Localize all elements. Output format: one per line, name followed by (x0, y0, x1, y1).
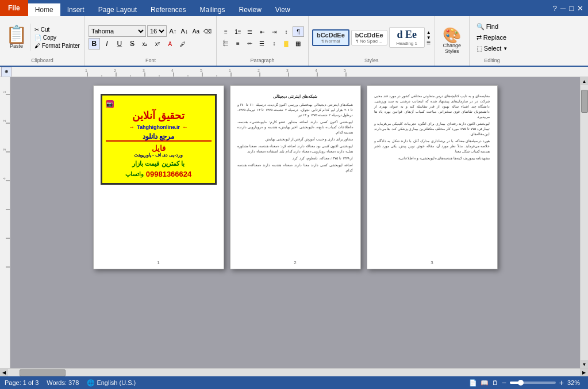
tab-pagelayout[interactable]: Page Layout (91, 3, 144, 16)
view-layout-button[interactable]: 🗒 (492, 379, 498, 386)
decrease-indent-button[interactable]: ⇤ (256, 26, 268, 37)
scroll-thumb[interactable] (581, 90, 588, 113)
zoom-slider[interactable] (510, 382, 556, 384)
numbering-button[interactable]: 1≡ (232, 26, 244, 37)
svg-text:2: 2 (258, 68, 260, 73)
shading-button[interactable]: ▓ (280, 38, 292, 48)
scroll-down-button[interactable]: ▼ (581, 360, 588, 368)
change-case-button[interactable]: Aa (191, 26, 201, 36)
select-label: Select (484, 45, 502, 52)
change-styles-group: 🎨 ChangeStyles (435, 16, 470, 66)
scroll-track[interactable] (581, 85, 588, 360)
svg-text:1: 1 (2, 91, 6, 93)
word-count: Words: 378 (47, 379, 79, 386)
page-3-number: 3 (367, 260, 497, 265)
h-scroll-thumb[interactable] (20, 369, 66, 376)
svg-text:3: 3 (143, 68, 145, 73)
tab-references[interactable]: References (144, 3, 193, 16)
title-bar-right: ? ─ □ ✕ (553, 4, 588, 13)
svg-text:4: 4 (2, 177, 6, 180)
page1-price: با کمترین قیمت بازار (106, 160, 212, 167)
ruler: ⊕ 1 2 3 4 5 1 2 3 4 5 (0, 67, 588, 77)
left-ruler: 1 2 3 4 (0, 77, 10, 368)
tab-home[interactable]: Home (28, 3, 60, 16)
find-button[interactable]: 🔍 Find (473, 22, 512, 32)
font-name-selector[interactable]: Tahoma (89, 25, 146, 37)
page1-phone: 09981366624 (146, 170, 192, 178)
clear-format-button[interactable]: ⌫ (202, 26, 213, 36)
tab-insert[interactable]: Insert (60, 3, 91, 16)
tab-mailings[interactable]: Mailings (193, 3, 232, 16)
style-no-spacing-preview: bCcDdEe (355, 32, 383, 39)
superscript-button[interactable]: x² (152, 38, 163, 49)
borders-button[interactable]: ▦ (293, 38, 304, 48)
scroll-up-button[interactable]: ▲ (581, 77, 588, 85)
h-scroll-track[interactable] (8, 369, 580, 376)
zoom-out-button[interactable]: − (502, 378, 506, 387)
shrink-font-button[interactable]: A↓ (179, 26, 190, 36)
close-icon[interactable]: ✕ (577, 4, 583, 13)
styles-group: bCcDdEe ¶ Normal bCcDdEe ¶ No Spaci... d… (309, 16, 435, 66)
style-no-spacing[interactable]: bCcDdEe ¶ No Spaci... (351, 30, 387, 45)
style-normal[interactable]: bCcDdEe ¶ Normal (312, 29, 349, 46)
text-color-button[interactable]: A (164, 38, 176, 49)
language-indicator[interactable]: 🌐 English (U.S.) (87, 379, 136, 387)
increase-indent-button[interactable]: ⇥ (268, 26, 280, 37)
page1-url: ← Tahghighonline.ir → (106, 124, 212, 130)
ruler-scale: 1 2 3 4 5 1 2 3 4 5 (13, 67, 587, 77)
grow-font-button[interactable]: A↑ (168, 26, 178, 36)
cut-button[interactable]: ✂ Cut (32, 26, 82, 33)
align-left-button[interactable]: ⬱ (220, 38, 232, 48)
scroll-right-button[interactable]: ▶ (580, 369, 588, 376)
sort-button[interactable]: ↕ (280, 26, 292, 37)
highlight-button[interactable]: 🖊 (177, 38, 189, 49)
minimize-icon[interactable]: ─ (560, 4, 566, 13)
bold-button[interactable]: B (89, 38, 100, 49)
arrow-icon-right: → (129, 124, 134, 130)
bottom-scrollbar[interactable]: ◀ ▶ (0, 368, 588, 376)
paste-icon: 📋 (6, 26, 27, 43)
change-styles-button[interactable]: 🎨 ChangeStyles (440, 25, 463, 56)
find-icon: 🔍 (476, 23, 485, 30)
copy-button[interactable]: 📄 Copy (32, 34, 82, 41)
select-button[interactable]: ⬚ Select ▼ (473, 44, 512, 54)
svg-text:4: 4 (171, 68, 174, 73)
right-scrollbar[interactable]: ▲ ▼ (580, 77, 588, 368)
view-reading-button[interactable]: 📖 (481, 379, 489, 387)
strikethrough-button[interactable]: S (126, 38, 138, 49)
page-2-number: 2 (230, 260, 360, 265)
justify-button[interactable]: ☰ (256, 38, 268, 48)
underline-button[interactable]: U (114, 38, 125, 49)
help-icon[interactable]: ? (553, 4, 557, 13)
view-normal-button[interactable]: 📄 (469, 379, 477, 387)
styles-scroll-button[interactable]: ▲ ▼ ☰ (426, 30, 431, 45)
align-center-button[interactable]: ≡ (232, 38, 244, 48)
scroll-left-button[interactable]: ◀ (0, 369, 8, 376)
svg-text:5: 5 (344, 68, 346, 73)
document-area[interactable]: 📷 تحقیق آنلاین ← Tahghighonline.ir → مرج… (10, 77, 580, 368)
bullets-button[interactable]: ≡ (220, 26, 232, 37)
multilevel-button[interactable]: ☰ (244, 26, 256, 37)
restore-icon[interactable]: □ (569, 4, 574, 13)
ruler-toggle[interactable]: ⊕ (1, 67, 11, 77)
line-spacing-button[interactable]: ↕ (268, 38, 280, 48)
editing-group-label: Editing (473, 58, 512, 64)
style-no-spacing-label: ¶ No Spaci... (355, 39, 383, 44)
font-size-selector[interactable]: 16 (147, 25, 167, 37)
align-right-button[interactable]: ⬰ (244, 38, 256, 48)
style-heading1[interactable]: d Ee Heading 1 (389, 27, 425, 48)
replace-button[interactable]: ⇄ Replace (473, 33, 512, 43)
tab-review[interactable]: Review (232, 3, 268, 16)
zoom-in-button[interactable]: + (559, 378, 564, 387)
styles-group-label: Styles (312, 58, 431, 64)
show-marks-button[interactable]: ¶ (293, 26, 304, 37)
subscript-button[interactable]: x₂ (139, 38, 151, 49)
page1-whatsapp: واتساپ (125, 171, 144, 177)
format-painter-button[interactable]: 🖌 Format Painter (32, 42, 82, 49)
italic-button[interactable]: I (101, 38, 113, 49)
file-tab[interactable]: File (0, 0, 28, 16)
language-icon: 🌐 (87, 379, 95, 387)
tab-view[interactable]: View (268, 3, 297, 16)
svg-text:3: 3 (286, 68, 289, 73)
paste-button[interactable]: 📋 Paste (2, 24, 31, 51)
